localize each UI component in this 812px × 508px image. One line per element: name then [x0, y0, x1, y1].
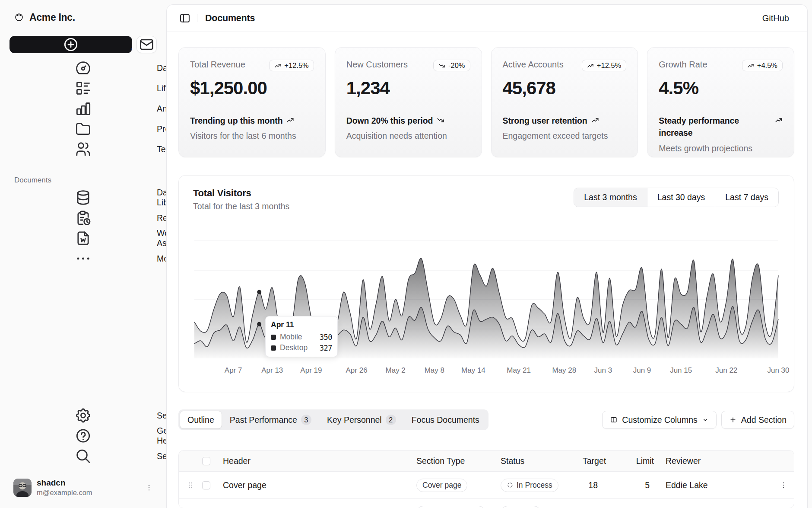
- x-axis-tick: Jun 9: [623, 366, 662, 375]
- add-section-button[interactable]: Add Section: [721, 411, 794, 429]
- user-meta: shadcn m@example.com: [37, 479, 92, 496]
- row-header-cell[interactable]: Cover page: [221, 480, 416, 490]
- col-target: Target: [583, 456, 609, 466]
- trending-down-icon: [438, 62, 445, 69]
- range-last-3-months[interactable]: Last 3 months: [574, 188, 647, 207]
- sidebar-toggle-button[interactable]: [179, 12, 191, 24]
- range-last-7-days[interactable]: Last 7 days: [715, 188, 778, 207]
- mobile-swatch: [271, 335, 276, 340]
- sidebar-item-settings[interactable]: Settings: [10, 407, 157, 424]
- x-axis-tick: May 14: [454, 366, 493, 375]
- chart-title: Total Visitors: [193, 188, 251, 199]
- sidebar-item-get-help[interactable]: Get Help: [10, 427, 157, 444]
- tab-key-personnel[interactable]: Key Personnel2: [320, 411, 403, 428]
- sidebar-item-search[interactable]: Search: [10, 447, 157, 465]
- sidebar-item-projects[interactable]: Projects: [10, 120, 157, 137]
- section-type-badge: Table of contents: [416, 506, 485, 508]
- customize-columns-button[interactable]: Customize Columns: [602, 411, 716, 429]
- status-badge: In Process: [501, 479, 558, 492]
- sidebar-item-lifecycle[interactable]: Lifecycle: [10, 80, 157, 97]
- select-all-checkbox[interactable]: [202, 457, 210, 465]
- x-axis-tick: Apr 13: [253, 366, 292, 375]
- columns-icon: [610, 416, 618, 424]
- range-toggle-group: Last 3 months Last 30 days Last 7 days: [574, 188, 779, 207]
- inbox-button[interactable]: [136, 36, 157, 53]
- x-axis-labels: Apr 7Apr 13Apr 19Apr 26May 2May 8May 14M…: [179, 366, 794, 376]
- github-link[interactable]: GitHub: [762, 13, 789, 23]
- table-toolbar: Outline Past Performance3 Key Personnel2…: [178, 409, 794, 430]
- drag-handle-icon[interactable]: [187, 481, 194, 489]
- trending-up-icon: [274, 62, 281, 69]
- status-badge: Done: [501, 506, 541, 508]
- documents-nav: Data Library Reports Word Assistant More: [10, 189, 157, 267]
- page-header: Documents GitHub: [167, 5, 807, 32]
- tab-count-badge: 3: [301, 415, 311, 425]
- table-row-cover-page[interactable]: Cover page Cover page In Process 18 5 Ed…: [179, 472, 794, 499]
- trend-badge: +4.5%: [742, 60, 783, 71]
- dashboard-icon: [14, 59, 152, 77]
- sidebar-item-data-library[interactable]: Data Library: [10, 189, 157, 206]
- dots-vertical-icon[interactable]: [145, 484, 153, 492]
- trending-down-icon: [437, 116, 444, 124]
- user-email: m@example.com: [37, 489, 92, 496]
- view-tabs: Outline Past Performance3 Key Personnel2…: [178, 409, 488, 430]
- range-last-30-days[interactable]: Last 30 days: [647, 188, 715, 207]
- sidebar-item-reports[interactable]: Reports: [10, 209, 157, 227]
- brand[interactable]: Acme Inc.: [10, 10, 157, 24]
- card-value: 4.5%: [659, 78, 783, 99]
- row-menu-icon[interactable]: [780, 481, 787, 489]
- plus-icon: [729, 416, 737, 424]
- table-row-table-of-contents[interactable]: Table of contents Table of contents Done…: [179, 499, 794, 508]
- quick-create-button[interactable]: Quick Create: [10, 36, 132, 53]
- target-cell[interactable]: 18: [583, 480, 609, 490]
- user-menu[interactable]: shadcn m@example.com: [10, 479, 157, 497]
- sidebar-item-team[interactable]: Team: [10, 141, 157, 158]
- card-footer-title: Down 20% this period: [346, 115, 470, 127]
- card-footer-desc: Visitors for the last 6 months: [190, 131, 314, 141]
- header-separator: [197, 14, 197, 22]
- sidebar-item-dashboard[interactable]: Dashboard: [10, 59, 157, 77]
- metric-cards: Total Revenue +12.5% $1,250.00 Trending …: [178, 47, 794, 157]
- card-footer-desc: Acquisition needs attention: [346, 131, 470, 141]
- row-checkbox[interactable]: [202, 481, 210, 489]
- toolbar-actions: Customize Columns Add Section: [602, 411, 794, 429]
- tab-outline[interactable]: Outline: [180, 411, 222, 428]
- col-status: Status: [501, 456, 583, 466]
- sidebar-item-word-assistant[interactable]: Word Assistant: [10, 230, 157, 247]
- desktop-swatch: [271, 345, 276, 351]
- card-title: Active Accounts: [503, 60, 564, 70]
- tooltip-row-mobile: Mobile 350: [271, 332, 332, 342]
- sidebar: Acme Inc. Quick Create Dashboard Lifecyc…: [0, 0, 166, 508]
- list-details-icon: [14, 80, 152, 97]
- tooltip-date: Apr 11: [271, 320, 332, 329]
- tab-focus-documents[interactable]: Focus Documents: [404, 411, 487, 428]
- page-title: Documents: [205, 13, 255, 24]
- chevron-down-icon: [702, 416, 709, 423]
- trend-badge: -20%: [433, 60, 470, 71]
- card-footer-desc: Engagement exceed targets: [503, 131, 627, 141]
- mail-icon: [137, 36, 156, 53]
- x-axis-tick: May 2: [376, 366, 415, 375]
- footer-nav: Settings Get Help Search: [10, 407, 157, 465]
- limit-cell[interactable]: 5: [609, 480, 656, 490]
- sidebar-item-more[interactable]: More: [10, 250, 157, 267]
- sidebar-item-analytics[interactable]: Analytics: [10, 100, 157, 117]
- x-axis-tick: Jun 15: [662, 366, 701, 375]
- file-word-icon: [14, 230, 152, 247]
- sidebar-section-label: Documents: [10, 176, 157, 185]
- x-axis-tick: Jun 3: [584, 366, 622, 375]
- tab-past-performance[interactable]: Past Performance3: [222, 411, 319, 428]
- reviewer-cell[interactable]: Eddie Lake: [656, 480, 773, 490]
- loader-icon: [507, 482, 514, 489]
- chart-bar-icon: [14, 100, 152, 117]
- card-active-accounts: Active Accounts +12.5% 45,678 Strong use…: [491, 47, 638, 157]
- brand-name: Acme Inc.: [29, 12, 75, 23]
- card-value: 1,234: [346, 78, 470, 99]
- section-type-badge: Cover page: [416, 479, 467, 492]
- trend-badge: +12.5%: [269, 60, 314, 71]
- help-icon: [14, 427, 152, 444]
- quick-create-row: Quick Create: [10, 36, 157, 53]
- main-panel: Documents GitHub Total Revenue +12.5% $1…: [166, 4, 808, 508]
- chart-subtitle: Total for the last 3 months: [193, 201, 289, 211]
- folder-icon: [14, 120, 152, 137]
